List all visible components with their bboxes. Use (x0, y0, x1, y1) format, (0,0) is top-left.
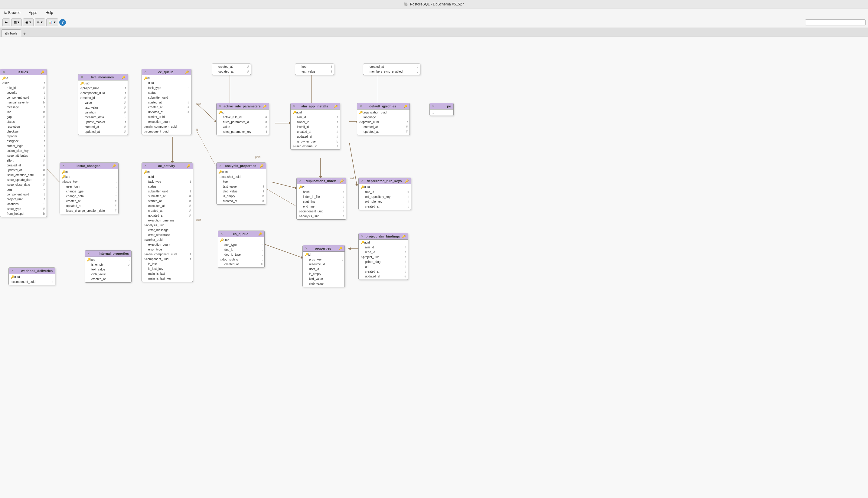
toolbar: ⬅ ▦ ▾ ◉ ▾ ✏ ▾ 📊 ▾ ? (0, 17, 868, 28)
key-icon: 🔑 (122, 76, 125, 79)
key-icon: 🔑 (187, 164, 190, 168)
table-body-webhook-deliveries: 🔑uuid ⊙component_uuidt (9, 274, 55, 285)
table-internal-properties[interactable]: ✕ internal_properties 🔑keet is_emptyb te… (85, 250, 132, 283)
table-body-partial-top3: created_at# members_sync_enabledb (363, 64, 420, 75)
menu-help[interactable]: Help (44, 10, 55, 15)
table-header-ce-queue: ✕ ce_queue 🔑 (142, 69, 191, 75)
field-main_is_last_key: main_is_last_key (142, 276, 193, 281)
close-icon[interactable]: ✕ (144, 164, 147, 167)
field-started_at: started_at# (142, 199, 193, 204)
chart-button[interactable]: 📊 ▾ (46, 18, 58, 26)
edit-button[interactable]: ✏ ▾ (35, 18, 45, 26)
table-alm-app-installs[interactable]: ✕ alm_app_installs 🔑 🔑uuid alm_idt owner… (290, 103, 340, 150)
field-metric_id: ⊙metric_id# (78, 96, 128, 101)
field-id: 🔑id (0, 76, 46, 81)
field-clob_value: clob_value (303, 281, 345, 286)
field-updated_at: updated_at# (142, 110, 191, 115)
field-owner_id: owner_idt (291, 120, 340, 124)
field-active_rule_id: active_rule_id# (216, 115, 269, 120)
table-header-alm-app-installs: ✕ alm_app_installs 🔑 (291, 103, 340, 109)
diagram-canvas[interactable]: uuid id pniri uuid uuid uuid ✕ issues 🔑 … (0, 37, 868, 498)
table-header-issue-changes: ✕ issue_changes 🔑 (60, 163, 118, 169)
field-rule_id: rule_id# (0, 86, 46, 90)
menu-data-browse[interactable]: ta Browse (2, 10, 22, 15)
table-header-pe: ✕ pe (430, 103, 453, 109)
close-icon[interactable]: ✕ (3, 70, 5, 74)
table-issue-changes[interactable]: ✕ issue_changes 🔑 🔑id 🔑keet ⊙issue_keyt … (59, 162, 119, 214)
field-main_component_uuid: ⊙main_component_uuidt (142, 124, 191, 129)
menu-apps[interactable]: Apps (27, 10, 39, 15)
close-icon[interactable]: ✕ (305, 247, 308, 250)
table-es-queue[interactable]: ✕ es_queue 🔑 🔑uuid doc_typet doc_idt doc… (218, 231, 265, 268)
field-text_value: text_valuet (216, 184, 266, 189)
table-partial-top1[interactable]: created_at# updated_at# (212, 64, 251, 75)
close-icon[interactable]: ✕ (361, 235, 363, 238)
close-icon[interactable]: ✕ (62, 164, 65, 167)
field-uuid: 🔑uuid (291, 110, 340, 115)
table-partial-top3[interactable]: created_at# members_sync_enabledb (363, 64, 420, 75)
field-severity: severityt (0, 90, 46, 95)
field-main_component_uuid: ⊙main_component_uuidt (142, 252, 193, 257)
field-created_at: created_at# (357, 124, 410, 130)
close-icon[interactable]: ✕ (221, 232, 223, 235)
field-is_last_key: is_last_key (142, 266, 193, 271)
table-title: analysis_properties (225, 164, 256, 168)
table-duplications-index[interactable]: ✕ duplications_index 🔑 🔑id hasht index_i… (296, 178, 346, 220)
table-partial-top2[interactable]: keet text_valuet (295, 64, 334, 75)
close-icon[interactable]: ✕ (360, 105, 362, 108)
close-icon[interactable]: ✕ (144, 70, 147, 74)
table-title: webhook_deliveries (21, 269, 53, 273)
table-body-ce-queue: 🔑id uuid task_typet status submitter_uui… (142, 75, 191, 135)
close-icon[interactable]: ✕ (299, 180, 302, 182)
table-project-alm-bindings[interactable]: ✕ project_alm_bindings 🔑 🔑uuid alm_idt r… (358, 233, 408, 280)
table-ce-activity[interactable]: ✕ ce_activity 🔑 🔑id uuid task_typet stat… (142, 162, 193, 282)
grid-button[interactable]: ▦ ▾ (11, 18, 22, 26)
table-default-qprofiles[interactable]: ✕ default_qprofiles 🔑 🔑organization_uuid… (357, 103, 410, 135)
key-icon: 🔑 (260, 164, 264, 168)
table-partial-pe[interactable]: ✕ pe ... (429, 103, 454, 116)
field-update_marker: update_markert (78, 120, 128, 124)
help-button[interactable]: ? (59, 19, 66, 26)
close-icon[interactable]: ✕ (293, 105, 295, 108)
table-issues[interactable]: ✕ issues 🔑 🔑id ⊙keet rule_id# severityt … (0, 69, 47, 217)
add-tab-button[interactable]: + (21, 31, 28, 37)
table-body-partial-top2: keet text_valuet (295, 64, 334, 75)
svg-text:id: id (196, 128, 198, 131)
table-webhook-deliveries[interactable]: ✕ webhook_deliveries 🔑uuid ⊙component_uu… (9, 267, 55, 285)
expand-icon[interactable]: 🔑 (41, 70, 44, 74)
field-is_owner_user: is_owner_userb (291, 139, 340, 144)
search-input[interactable] (805, 19, 866, 25)
table-active-rule-params[interactable]: ✕ active_rule_parameters 🔑 🔑id active_ru… (216, 103, 269, 135)
table-properties[interactable]: ✕ properties 🔑 🔑id prop_keyt resource_id… (303, 245, 345, 287)
view-button[interactable]: ◉ ▾ (23, 18, 34, 26)
table-body-duplications-index: 🔑id hasht index_in_file# start_line# end… (297, 184, 346, 219)
close-icon[interactable]: ✕ (88, 252, 90, 255)
close-icon[interactable]: ✕ (219, 105, 222, 108)
close-icon[interactable]: ✕ (432, 105, 435, 108)
field-execution_time_ms: execution_time_ms (142, 218, 193, 223)
table-deprecated-rule-keys[interactable]: ✕ deprecated_rule_keys 🔑 🔑uuid rule_id# … (358, 178, 411, 210)
close-icon[interactable]: ✕ (81, 76, 83, 79)
key-icon: 🔑 (340, 180, 344, 183)
back-button[interactable]: ⬅ (2, 18, 10, 26)
tab-with-tools[interactable]: ith Tools (1, 29, 21, 37)
field-install_id: install_idt (291, 124, 340, 130)
field-created_at: created_at# (0, 163, 46, 168)
field-value: value# (78, 101, 128, 105)
field-github_slug: github_slugt (359, 260, 408, 264)
table-live-measures[interactable]: ✕ live_measures 🔑 🔑uuid ⊙project_uuidt ⊙… (78, 74, 128, 135)
table-analysis-properties[interactable]: ✕ analysis_properties 🔑 🔑uuid ⊙snapshot_… (216, 162, 266, 205)
field-worker_uuid: ⊙worker_uuid (142, 237, 193, 243)
field-updated_at: updated_at# (0, 168, 46, 173)
close-icon[interactable]: ✕ (361, 180, 363, 182)
field-component_uuid2: component_uuidt (0, 192, 46, 197)
close-icon[interactable]: ✕ (219, 164, 222, 167)
table-header-default-qprofiles: ✕ default_qprofiles 🔑 (357, 103, 410, 109)
table-body-properties: 🔑id prop_keyt resource_id user_id is_emp… (303, 252, 345, 287)
table-ce-queue[interactable]: ✕ ce_queue 🔑 🔑id uuid task_typet status … (142, 69, 191, 135)
close-icon[interactable]: ✕ (11, 269, 14, 272)
field-project_uuid: project_uuidt (0, 197, 46, 202)
field-status: statust (0, 119, 46, 124)
table-title: issues (17, 70, 28, 74)
app-icon: 🐘 (404, 2, 408, 6)
